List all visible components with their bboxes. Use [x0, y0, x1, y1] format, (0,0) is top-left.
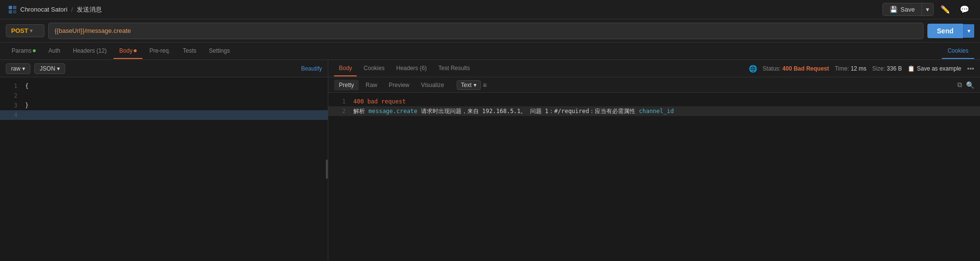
- url-input[interactable]: [48, 23, 924, 39]
- beautify-button[interactable]: Beautify: [301, 65, 322, 72]
- save-button[interactable]: 💾 Save: [883, 3, 922, 15]
- svg-rect-1: [13, 6, 16, 9]
- copy-icon-button[interactable]: ⧉: [957, 81, 962, 89]
- save-btn-group: 💾 Save ▾: [882, 3, 934, 16]
- resp-text-2: 解析 message.create 请求时出现问题，来自 192.168.5.1…: [353, 106, 674, 116]
- resp-tab-cookies[interactable]: Cookies: [359, 61, 389, 76]
- resp-text-1: 400 bad request: [353, 97, 406, 106]
- params-dot: [33, 49, 36, 52]
- pretty-label: Pretty: [339, 82, 354, 88]
- top-bar-left: Chronocat Satori / 发送消息: [8, 5, 102, 14]
- cookies-tab-label: Cookies: [948, 47, 968, 54]
- tab-tests[interactable]: Tests: [177, 44, 202, 59]
- code-line-2: 2: [0, 91, 328, 101]
- view-tab-visualize[interactable]: Visualize: [416, 80, 449, 90]
- tab-body[interactable]: Body: [113, 44, 142, 59]
- save-dropdown-arrow[interactable]: ▾: [922, 3, 933, 15]
- method-label: POST: [11, 27, 28, 34]
- tab-params[interactable]: Params: [6, 44, 42, 59]
- save-example-icon: 📋: [908, 65, 915, 72]
- raw-label: raw: [11, 65, 20, 72]
- method-arrow-icon: ▾: [30, 28, 32, 33]
- breadcrumb-sep: /: [71, 6, 73, 13]
- tab-settings-label: Settings: [209, 47, 230, 54]
- raw-view-label: Raw: [365, 82, 377, 88]
- line-num-4: 4: [6, 110, 17, 120]
- code-text-1: {: [25, 81, 28, 91]
- resp-line-num-1: 1: [334, 97, 346, 106]
- tab-settings[interactable]: Settings: [203, 44, 236, 59]
- editor-toolbar: raw ▾ JSON ▾ Beautify: [0, 60, 328, 77]
- text-format-select[interactable]: Text ▾: [457, 80, 481, 90]
- resp-tab-body[interactable]: Body: [334, 61, 357, 76]
- body-dot: [134, 49, 137, 52]
- raw-arrow-icon: ▾: [22, 65, 25, 72]
- filter-icon-button[interactable]: ≡: [483, 81, 487, 89]
- code-line-3: 3 }: [0, 101, 328, 110]
- globe-icon: 🌐: [749, 65, 757, 72]
- send-btn-group: Send ▾: [927, 24, 974, 38]
- chat-icon-button[interactable]: 💬: [957, 4, 972, 15]
- request-tab-row: Params Auth Headers (12) Body Pre-req. T…: [0, 43, 980, 60]
- resp-headers-label: Headers (6): [396, 65, 427, 72]
- save-example-label: Save as example: [917, 65, 961, 72]
- main-content: raw ▾ JSON ▾ Beautify 1 { 2 3 } 4: [0, 60, 980, 261]
- send-button[interactable]: Send: [927, 24, 963, 38]
- method-select[interactable]: POST ▾: [6, 24, 44, 37]
- code-editor[interactable]: 1 { 2 3 } 4: [0, 77, 328, 261]
- resp-tab-test-results[interactable]: Test Results: [434, 61, 475, 76]
- svg-rect-3: [13, 10, 16, 14]
- view-tab-preview[interactable]: Preview: [384, 80, 414, 90]
- text-format-arrow: ▾: [474, 82, 476, 88]
- tab-body-label: Body: [119, 47, 132, 54]
- time-label: Time:: [835, 65, 849, 72]
- resp-line-2: 2 解析 message.create 请求时出现问题，来自 192.168.5…: [328, 106, 980, 116]
- text-select-group: Text ▾ ≡: [457, 80, 487, 90]
- tab-auth[interactable]: Auth: [42, 44, 66, 59]
- code-line-4: 4: [0, 110, 328, 120]
- resize-handle[interactable]: [326, 160, 328, 179]
- tab-headers[interactable]: Headers (12): [67, 44, 112, 59]
- json-button[interactable]: JSON ▾: [34, 63, 65, 74]
- top-bar: Chronocat Satori / 发送消息 💾 Save ▾ ✏️ 💬: [0, 0, 980, 19]
- resp-body-label: Body: [339, 65, 352, 72]
- view-tab-pretty[interactable]: Pretty: [334, 80, 359, 90]
- code-line-1: 1 {: [0, 81, 328, 91]
- save-icon: 💾: [890, 6, 897, 13]
- raw-button[interactable]: raw ▾: [6, 63, 30, 74]
- size-value: 336 B: [887, 65, 902, 72]
- page-title: 发送消息: [77, 5, 102, 14]
- tab-tests-label: Tests: [183, 47, 196, 54]
- status-value: 400 Bad Request: [783, 65, 829, 72]
- view-toolbar: Pretty Raw Preview Visualize Text ▾ ≡ ⧉ …: [328, 77, 980, 93]
- view-tab-raw[interactable]: Raw: [361, 80, 382, 90]
- resp-cookies-label: Cookies: [364, 65, 384, 72]
- app-name: Chronocat Satori: [20, 6, 68, 13]
- time-value: 12 ms: [851, 65, 867, 72]
- url-bar: POST ▾ Send ▾: [0, 19, 980, 43]
- svg-rect-0: [9, 6, 12, 9]
- edit-icon-button[interactable]: ✏️: [938, 4, 953, 15]
- tab-prereq-label: Pre-req.: [149, 47, 170, 54]
- resp-line-num-2: 2: [334, 106, 346, 116]
- svg-rect-2: [9, 10, 12, 14]
- status-section: Status: 400 Bad Request: [763, 65, 829, 72]
- response-meta: 🌐 Status: 400 Bad Request Time: 12 ms Si…: [749, 65, 974, 72]
- save-label: Save: [900, 6, 915, 13]
- text-format-label: Text: [461, 82, 472, 88]
- line-num-2: 2: [6, 91, 17, 101]
- top-bar-right: 💾 Save ▾ ✏️ 💬: [882, 3, 972, 16]
- more-options-button[interactable]: •••: [967, 65, 974, 72]
- visualize-label: Visualize: [421, 82, 444, 88]
- tab-cookies-right[interactable]: Cookies: [942, 44, 974, 59]
- save-example-button[interactable]: 📋 Save as example: [908, 65, 961, 72]
- preview-label: Preview: [389, 82, 409, 88]
- line-num-1: 1: [6, 81, 17, 91]
- tab-prereq[interactable]: Pre-req.: [143, 44, 176, 59]
- left-panel: raw ▾ JSON ▾ Beautify 1 { 2 3 } 4: [0, 60, 328, 261]
- resp-tab-headers[interactable]: Headers (6): [392, 61, 432, 76]
- response-header: Body Cookies Headers (6) Test Results 🌐 …: [328, 60, 980, 77]
- search-icon-button[interactable]: 🔍: [966, 81, 974, 89]
- response-content: 1 400 bad request 2 解析 message.create 请求…: [328, 93, 980, 261]
- send-dropdown-arrow[interactable]: ▾: [963, 24, 974, 38]
